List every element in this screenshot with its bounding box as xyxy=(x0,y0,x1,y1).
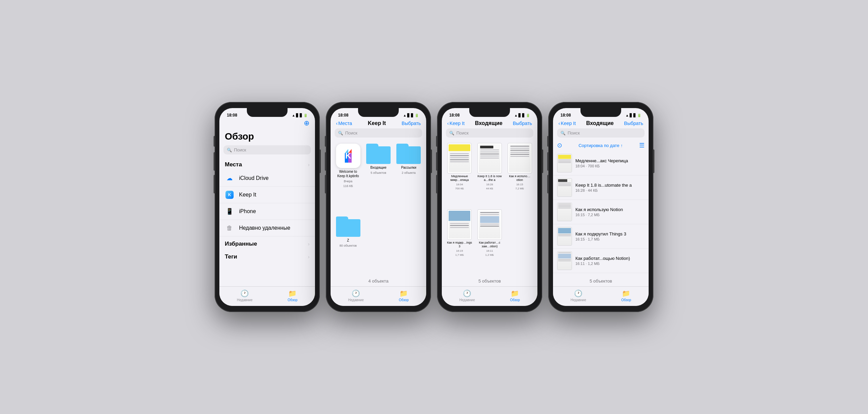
iphone-icon-container: 📱 xyxy=(225,207,234,216)
nav-bar-4: ‹ Keep It Входящие Выбрать xyxy=(553,119,649,128)
nav-action-3[interactable]: Выбрать xyxy=(513,121,532,126)
side-btn-right-1 xyxy=(319,149,321,173)
list-info-4: Как я подкрутил Things 3 16:15 · 1,7 МБ xyxy=(575,231,645,241)
tab-recent-2[interactable]: 🕐 Недавние xyxy=(348,289,364,302)
trash-icon-container: 🗑 xyxy=(225,223,234,233)
tab-bar-2: 🕐 Недавние 📁 Обзор xyxy=(331,286,426,306)
search-placeholder-3: Поиск xyxy=(456,130,469,136)
tab-overview-1[interactable]: 📁 Обзор xyxy=(288,289,297,302)
notch-2 xyxy=(358,108,399,117)
tab-recent-icon-3: 🕐 xyxy=(463,289,471,297)
side-btn-left3-3 xyxy=(436,175,437,193)
section-favorites-title: Избранные xyxy=(225,241,257,247)
section-places-arrow: › xyxy=(308,162,310,167)
list-view-icon[interactable]: ☰ xyxy=(639,142,645,149)
list-items-4: Медленне...акс Черепица 18:04 · 700 КБ K… xyxy=(553,151,649,276)
search-bar-4[interactable]: 🔍 Поиск xyxy=(557,128,645,138)
doc-item-5[interactable]: Как работат…c зам…otion) 16:11 1,2 МБ xyxy=(476,209,504,273)
nav-title-2: Keep It xyxy=(368,120,386,126)
search-icon-2: 🔍 xyxy=(338,131,343,136)
tab-overview-2[interactable]: 📁 Обзор xyxy=(399,289,409,302)
list-item-3[interactable]: Как я использую Notion 16:15 · 7,2 МБ xyxy=(553,200,649,224)
file-meta-keepit: Вчера xyxy=(344,180,352,183)
doc-thumb-3 xyxy=(508,143,532,173)
doc-name-1: Медленные микр…епица xyxy=(446,174,473,182)
doc-thumb-4 xyxy=(447,209,472,240)
list-name-5: Как работат...ощью Notion) xyxy=(575,256,645,262)
doc-name-4: Как я подкр…ings 3 xyxy=(446,241,473,248)
status-time-3: 18:08 xyxy=(449,113,460,118)
tab-bar-3: 🕐 Недавние 📁 Обзор xyxy=(442,286,537,306)
list-item-4[interactable]: Как я подкрутил Things 3 16:15 · 1,7 МБ xyxy=(553,224,649,249)
tab-overview-label-2: Обзор xyxy=(399,298,409,302)
side-btn-right-4 xyxy=(653,149,654,173)
doc-item-3[interactable]: Как я исполо…otion 16:15 7,2 МБ xyxy=(506,143,533,207)
tab-overview-4[interactable]: 📁 Обзор xyxy=(621,289,631,302)
doc-meta-1: 18:04 xyxy=(456,183,463,186)
list-item-1[interactable]: Медленне...акс Черепица 18:04 · 700 КБ xyxy=(553,151,649,175)
tab-overview-3[interactable]: 📁 Обзор xyxy=(510,289,520,302)
keepit-icon-small: K xyxy=(225,191,234,199)
more-button-1[interactable]: ⊕ xyxy=(304,119,310,127)
section-places-title: Места xyxy=(225,161,242,168)
search-placeholder-1: Поиск xyxy=(234,147,246,152)
tab-recent-label-1: Недавние xyxy=(237,298,253,302)
tab-recent-label-2: Недавние xyxy=(348,298,364,302)
list-item-5[interactable]: Как работат...ощью Notion) 16:11 · 1,2 М… xyxy=(553,249,649,273)
side-btn-left1-2 xyxy=(325,136,326,147)
screen-3: 18:08 ▲ ▊ ▊ 🔋 ‹ Keep It Входящие Выбрать… xyxy=(442,108,537,306)
content-1: Места › ☁ iCloud Drive K Keep It 📱 iPh xyxy=(219,157,315,286)
list-item-2[interactable]: Keep It 1.8 is...utomate the a 16:28 · 4… xyxy=(553,175,649,200)
section-tags-title: Теги xyxy=(225,253,237,260)
doc-thumb-1 xyxy=(447,143,472,173)
nav-action-4[interactable]: Выбрать xyxy=(624,121,643,126)
list-meta-4: 16:15 · 1,7 МБ xyxy=(575,237,645,241)
nav-back-4[interactable]: ‹ Keep It xyxy=(558,121,576,126)
nav-back-3[interactable]: ‹ Keep It xyxy=(447,121,465,126)
nav-action-2[interactable]: Выбрать xyxy=(402,121,421,126)
status-time-2: 18:08 xyxy=(338,113,349,118)
nav-back-2[interactable]: ‹ Места xyxy=(336,121,352,126)
search-icon-4: 🔍 xyxy=(560,131,566,136)
tab-recent-3[interactable]: 🕐 Недавние xyxy=(459,289,475,302)
file-name-keepit: Welcome toKeep It.kptinfo xyxy=(337,169,359,178)
side-btn-left2-3 xyxy=(436,152,437,171)
bottom-count-4: 5 объектов xyxy=(553,276,649,286)
sort-dots-icon[interactable]: ⊙ xyxy=(557,142,562,149)
status-icons-1: ▲ ▊ ▊ 🔋 xyxy=(292,113,308,117)
location-keepit[interactable]: K Keep It xyxy=(219,187,315,203)
section-tags[interactable]: Теги › xyxy=(219,249,315,262)
notch-3 xyxy=(469,108,510,117)
list-info-3: Как я использую Notion 16:15 · 7,2 МБ xyxy=(575,207,645,217)
list-info-5: Как работат...ощью Notion) 16:11 · 1,2 М… xyxy=(575,256,645,266)
location-iphone[interactable]: 📱 iPhone xyxy=(219,203,315,220)
doc-item-1[interactable]: Медленные микр…епица 18:04 700 КБ xyxy=(446,143,473,207)
search-bar-2[interactable]: 🔍 Поиск xyxy=(335,128,422,138)
keepit-logo-large: K xyxy=(336,144,360,168)
nav-title-4: Входящие xyxy=(586,120,614,126)
file-item-vhodiaschie[interactable]: Входящие 5 объектов xyxy=(365,144,392,213)
file-item-keepit-logo[interactable]: K Welcome toKeep It.kptinfo Вчера 116 КБ xyxy=(335,144,361,213)
list-thumb-5 xyxy=(557,251,572,270)
location-icloud[interactable]: ☁ iCloud Drive xyxy=(219,170,315,187)
doc-item-4[interactable]: Как я подкр…ings 3 16:15 1,7 МБ xyxy=(446,209,473,273)
search-bar-3[interactable]: 🔍 Поиск xyxy=(446,128,533,138)
location-trash[interactable]: 🗑 Недавно удаленные xyxy=(219,220,315,236)
search-bar-1[interactable]: 🔍 Поиск xyxy=(223,145,311,154)
search-placeholder-4: Поиск xyxy=(568,130,580,136)
doc-item-2[interactable]: Keep It 1.8 is now a…the a 16:28 44 КБ xyxy=(476,143,504,207)
side-btn-right-2 xyxy=(431,149,432,173)
doc-name-5: Как работат…c зам…otion) xyxy=(476,241,504,248)
doc-thumb-2 xyxy=(477,143,502,173)
trash-icon: 🗑 xyxy=(226,225,233,232)
file-item-rassylki[interactable]: Рассылки 2 объекта xyxy=(395,144,422,213)
folder-meta-vhodiaschie: 5 объектов xyxy=(371,171,386,174)
folder-name-vhodiaschie: Входящие xyxy=(370,165,386,170)
nav-bar-3: ‹ Keep It Входящие Выбрать xyxy=(442,119,537,128)
keepit-label: Keep It xyxy=(239,192,256,198)
section-favorites[interactable]: Избранные › xyxy=(219,236,315,249)
tab-recent-4[interactable]: 🕐 Недавние xyxy=(571,289,586,302)
file-item-z[interactable]: Z 80 объектов xyxy=(335,216,361,273)
sort-label-4[interactable]: Сортировка по дате ↑ xyxy=(566,143,636,148)
tab-recent-1[interactable]: 🕐 Недавние xyxy=(237,289,253,302)
